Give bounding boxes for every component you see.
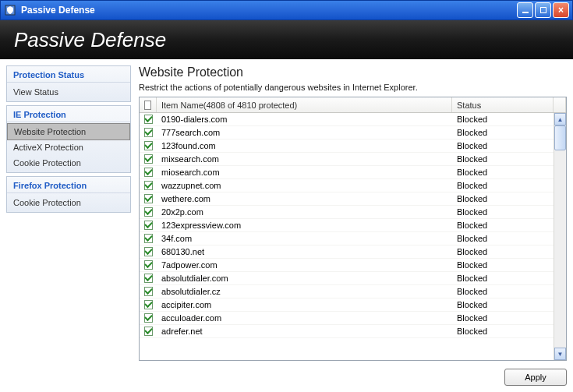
table-row[interactable]: absolutdialer.comBlocked (140, 272, 554, 285)
table-row[interactable]: 0190-dialers.comBlocked (140, 113, 554, 126)
row-checkbox[interactable] (144, 181, 153, 190)
sidebar-group-title: Firefox Protection (7, 177, 130, 193)
row-name: absolutdialer.com (157, 274, 452, 283)
table-row[interactable]: 20x2p.comBlocked (140, 206, 554, 219)
row-checkbox-cell[interactable] (140, 287, 157, 296)
row-checkbox[interactable] (144, 287, 153, 296)
header-checkbox-cell[interactable] (140, 97, 157, 112)
row-status: Blocked (452, 221, 554, 230)
table-row[interactable]: adrefer.netBlocked (140, 325, 554, 338)
column-header-status[interactable]: Status (452, 97, 554, 112)
row-status: Blocked (452, 300, 554, 309)
row-name: 34f.com (157, 234, 452, 243)
row-checkbox-cell[interactable] (140, 181, 157, 190)
sidebar-group: Firefox ProtectionCookie Protection (6, 176, 131, 213)
row-checkbox-cell[interactable] (140, 234, 157, 243)
table-row[interactable]: 777search.comBlocked (140, 126, 554, 139)
row-checkbox-cell[interactable] (140, 260, 157, 270)
row-checkbox[interactable] (144, 274, 153, 283)
row-name: absolutdialer.cz (157, 287, 452, 296)
row-checkbox-cell[interactable] (140, 247, 157, 256)
vertical-scrollbar[interactable]: ▲ ▼ (554, 113, 566, 360)
table-row[interactable]: miosearch.comBlocked (140, 166, 554, 179)
table-row[interactable]: 123found.comBlocked (140, 139, 554, 153)
sidebar-item[interactable]: Cookie Protection (7, 155, 130, 171)
list-body: 0190-dialers.comBlocked777search.comBloc… (140, 113, 554, 360)
table-row[interactable]: acculoader.comBlocked (140, 312, 554, 325)
footer: Apply (139, 361, 567, 386)
row-checkbox[interactable] (144, 221, 153, 230)
row-checkbox[interactable] (144, 300, 153, 309)
row-checkbox-cell[interactable] (140, 194, 157, 203)
apply-button[interactable]: Apply (504, 369, 567, 386)
row-checkbox-cell[interactable] (140, 207, 157, 217)
row-name: 20x2p.com (157, 207, 452, 217)
scroll-thumb[interactable] (554, 125, 566, 150)
row-status: Blocked (452, 154, 554, 164)
row-checkbox-cell[interactable] (140, 115, 157, 124)
sidebar-group-title: IE Protection (7, 106, 130, 122)
row-name: acculoader.com (157, 313, 452, 323)
row-checkbox[interactable] (144, 128, 153, 137)
table-row[interactable]: wazzupnet.comBlocked (140, 179, 554, 192)
table-row[interactable]: accipiter.comBlocked (140, 298, 554, 312)
row-checkbox-cell[interactable] (140, 168, 157, 177)
row-checkbox[interactable] (144, 234, 153, 243)
sidebar-item[interactable]: Website Protection (7, 123, 130, 140)
table-row[interactable]: 680130.netBlocked (140, 245, 554, 259)
row-checkbox-cell[interactable] (140, 221, 157, 230)
minimize-button[interactable] (517, 2, 533, 18)
row-status: Blocked (452, 274, 554, 283)
page-description: Restrict the actions of potentially dang… (139, 83, 567, 92)
row-checkbox[interactable] (144, 115, 153, 124)
table-row[interactable]: mixsearch.comBlocked (140, 153, 554, 166)
row-name: 123expressview.com (157, 221, 452, 230)
column-header-name[interactable]: Item Name(4808 of 4810 protected) (157, 97, 452, 112)
close-button[interactable]: × (553, 2, 569, 18)
table-row[interactable]: 123expressview.comBlocked (140, 219, 554, 232)
row-name: 680130.net (157, 247, 452, 256)
row-checkbox[interactable] (144, 327, 153, 336)
main-panel: Website Protection Restrict the actions … (139, 65, 567, 386)
row-checkbox[interactable] (144, 247, 153, 256)
row-checkbox[interactable] (144, 313, 153, 323)
scroll-track[interactable] (554, 125, 566, 348)
row-name: mixsearch.com (157, 154, 452, 164)
row-checkbox-cell[interactable] (140, 274, 157, 283)
row-checkbox-cell[interactable] (140, 327, 157, 336)
row-name: 777search.com (157, 128, 452, 137)
table-row[interactable]: 34f.comBlocked (140, 232, 554, 245)
sidebar-item[interactable]: ActiveX Protection (7, 139, 130, 155)
row-checkbox-cell[interactable] (140, 154, 157, 164)
row-checkbox-cell[interactable] (140, 300, 157, 309)
window-title: Passive Defense (21, 5, 517, 16)
table-row[interactable]: 7adpower.comBlocked (140, 259, 554, 272)
sidebar-item[interactable]: Cookie Protection (7, 195, 130, 210)
sidebar-group: IE ProtectionWebsite ProtectionActiveX P… (6, 105, 131, 173)
row-status: Blocked (452, 141, 554, 150)
row-name: wazzupnet.com (157, 181, 452, 190)
row-status: Blocked (452, 115, 554, 124)
row-checkbox-cell[interactable] (140, 128, 157, 137)
row-checkbox[interactable] (144, 260, 153, 270)
row-checkbox[interactable] (144, 194, 153, 203)
sidebar: Protection StatusView StatusIE Protectio… (6, 65, 131, 386)
maximize-button[interactable] (535, 2, 551, 18)
row-name: 123found.com (157, 141, 452, 150)
page-title: Website Protection (139, 65, 567, 79)
table-row[interactable]: absolutdialer.czBlocked (140, 285, 554, 298)
row-checkbox[interactable] (144, 154, 153, 164)
row-checkbox[interactable] (144, 207, 153, 217)
scroll-down-button[interactable]: ▼ (554, 348, 566, 360)
row-status: Blocked (452, 194, 554, 203)
row-checkbox[interactable] (144, 141, 153, 150)
row-name: accipiter.com (157, 300, 452, 309)
select-all-checkbox[interactable] (144, 101, 151, 110)
table-row[interactable]: wethere.comBlocked (140, 192, 554, 206)
row-checkbox-cell[interactable] (140, 141, 157, 150)
row-checkbox[interactable] (144, 168, 153, 177)
row-checkbox-cell[interactable] (140, 313, 157, 323)
sidebar-item[interactable]: View Status (7, 84, 130, 100)
scroll-up-button[interactable]: ▲ (554, 113, 566, 125)
app-title: Passive Defense (14, 28, 166, 52)
